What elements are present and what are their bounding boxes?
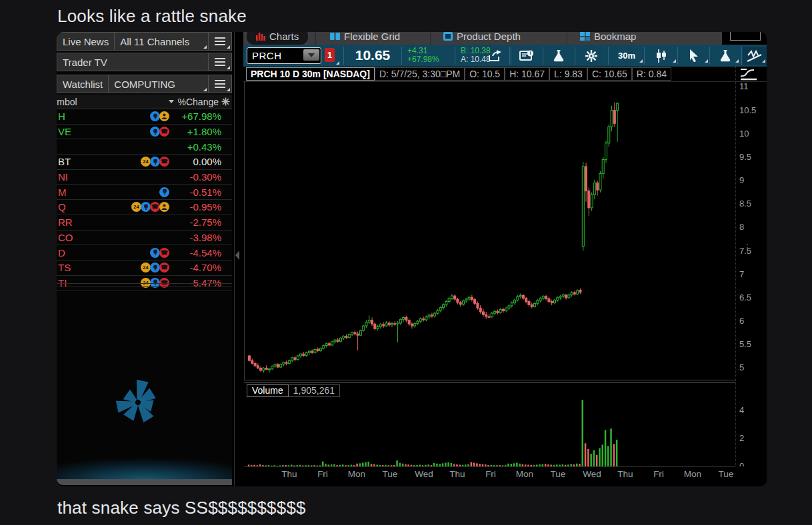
watchlist-gadget-header: Watchlist COMPUTING: [57, 75, 232, 93]
axis-grip-dots[interactable]: [747, 242, 749, 254]
row-badges: ☎: [151, 248, 169, 258]
chart-style-button[interactable]: [645, 47, 677, 65]
idea-bulb-icon: [150, 157, 160, 167]
watchlist-menu-button[interactable]: [209, 75, 231, 93]
volume-label: Volume: [247, 384, 289, 397]
news-info-icon: i: [519, 50, 535, 62]
collapse-panel-arrow-icon[interactable]: [235, 251, 239, 260]
timeframe-button[interactable]: 30m: [609, 47, 644, 65]
volume-tick-label: 4: [739, 405, 744, 415]
net-change: +4.31+67.98%: [407, 47, 439, 64]
last-price: 10.65: [349, 47, 397, 63]
day-label: Fri: [653, 469, 664, 479]
drawings-icon: [747, 49, 763, 63]
idea-bulb-icon: [159, 187, 169, 197]
volume-tick-label: 0: [739, 461, 744, 466]
tab-product-depth[interactable]: Product Depth: [443, 32, 521, 45]
trader-tv-gadget-header: Trader TV: [57, 53, 232, 71]
share-chart-button[interactable]: [481, 47, 509, 65]
day-label: Fri: [317, 469, 328, 479]
news-menu-button[interactable]: [209, 33, 231, 50]
day-label: Wed: [583, 469, 601, 479]
row-percent-change: 0.00%: [169, 156, 232, 167]
svg-text:i: i: [529, 50, 531, 56]
day-label: Wed: [415, 469, 433, 479]
symbol-input[interactable]: PRCH: [247, 47, 321, 64]
price-chart-pane[interactable]: [244, 81, 736, 380]
symbol-column-header[interactable]: Symbol: [57, 97, 93, 107]
watchlist-row[interactable]: RR-2.75%: [57, 215, 232, 231]
chart-field-open: O: 10.5: [465, 67, 505, 81]
alert-count-badge[interactable]: 1: [325, 48, 335, 62]
axis-scale-icon[interactable]: [740, 68, 757, 81]
thinkorswim-logo: [113, 376, 163, 429]
sort-arrow-icon[interactable]: [169, 100, 174, 103]
panel-divider[interactable]: [232, 32, 243, 486]
symbol-dropdown-button[interactable]: [303, 49, 319, 61]
idea-bulb-icon: [150, 262, 160, 272]
watchlist-row[interactable]: CO-3.98%: [57, 231, 232, 246]
row-badges: [160, 187, 169, 197]
watchlist-name-selector[interactable]: COMPUTING: [109, 75, 208, 93]
watchlist-row[interactable]: Q24☎-0.95%: [57, 200, 232, 215]
drawings-button[interactable]: [743, 47, 767, 65]
chart-toolbar: PRCH 1 10.65 +4.31+67.98% B: 10.38A: 10.…: [243, 45, 767, 67]
time-axis[interactable]: ThuFriMonTueWedThuFriMonTueWedThuFriMonT…: [244, 466, 735, 484]
watchlist-row[interactable]: H+67.98%: [57, 109, 232, 125]
idea-bulb-icon: [150, 127, 160, 137]
bar-chart-icon: [256, 33, 265, 41]
price-tick-label: 11: [739, 81, 749, 91]
hamburger-icon: [215, 80, 225, 88]
phone-call-icon: ☎: [159, 262, 169, 272]
watchlist-row[interactable]: NI-0.30%: [57, 170, 232, 185]
price-tick-label: 8.5: [739, 199, 751, 209]
watchlist-row[interactable]: D☎-4.54%: [57, 245, 232, 261]
watchlist-settings-gear-icon[interactable]: [221, 97, 230, 106]
tab-flexible-grid[interactable]: Flexible Grid: [330, 32, 400, 45]
volume-value: 1,905,261: [289, 384, 340, 397]
watchlist-row[interactable]: M-0.51%: [57, 185, 232, 200]
watchlist-title: Watchlist: [57, 75, 108, 93]
cursor-arrow-icon: [689, 49, 699, 62]
volume-tick-label: 2: [739, 433, 744, 443]
price-tick-label: 7.5: [739, 246, 751, 256]
idea-bulb-icon: [150, 248, 160, 258]
volume-pane[interactable]: [244, 400, 735, 467]
tab-bookmap[interactable]: Bookmap: [580, 32, 636, 45]
row-symbol: RR: [57, 217, 78, 228]
day-label: Tue: [383, 469, 398, 479]
day-label: Tue: [551, 469, 566, 479]
price-axis[interactable]: 1110.5109.598.587.576.565.55420: [735, 67, 767, 466]
row-symbol: D: [57, 247, 78, 259]
tab-charts[interactable]: Charts: [247, 32, 308, 45]
day-label: Thu: [281, 469, 297, 479]
volume-chart: [244, 400, 735, 466]
watchlist-row[interactable]: +0.43%: [57, 139, 232, 155]
watchlist-row[interactable]: TS24☎-4.70%: [57, 261, 232, 276]
watchlist-row[interactable]: VE☎+1.80%: [57, 125, 232, 140]
chart-field-high: H: 10.67: [505, 67, 549, 81]
chart-settings-button[interactable]: [576, 47, 607, 65]
day-label: Thu: [449, 469, 465, 479]
price-tick-label: 10.5: [739, 105, 756, 115]
idea-bulb-icon: [141, 202, 151, 212]
trader-tv-title: Trader TV: [57, 53, 208, 71]
cursor-tool-button[interactable]: [679, 47, 709, 65]
chart-field-range: R: 0.84: [632, 67, 671, 81]
row-badges: ☎: [151, 127, 169, 137]
trading-app-screenshot[interactable]: Live News All 11 Channels Trader TV: [57, 32, 767, 486]
row-badges: 24☎: [141, 157, 169, 167]
chart-title: PRCH 10 D 30m [NASDAQ]: [246, 67, 375, 81]
chart-describer-button[interactable]: i: [512, 47, 541, 65]
trader-tv-menu-button[interactable]: [209, 53, 231, 71]
change-column-header[interactable]: %Change: [178, 97, 219, 107]
analyze-button[interactable]: [544, 47, 573, 65]
row-percent-change: -0.95%: [169, 201, 232, 213]
watchlist-row[interactable]: BT24☎0.00%: [57, 155, 232, 170]
watchlist-column-header[interactable]: Symbol %Change: [57, 95, 232, 109]
row-symbol: M: [57, 187, 78, 198]
news-channel-selector[interactable]: All 11 Channels: [115, 33, 208, 50]
studies-button[interactable]: [711, 47, 740, 65]
clipped-top-right-button[interactable]: [730, 32, 761, 41]
app-bottom-edge: [57, 479, 232, 485]
